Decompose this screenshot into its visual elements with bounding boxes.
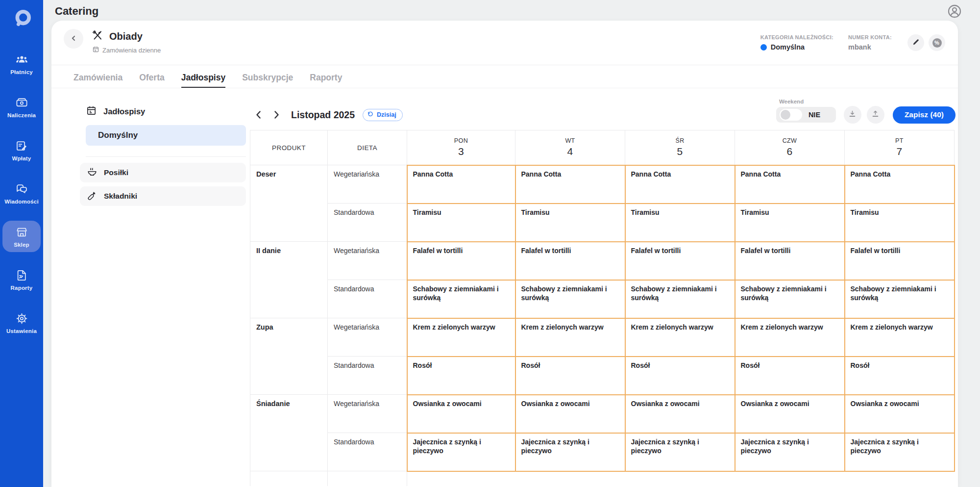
weekend-label: Weekend	[779, 99, 804, 104]
payment-note-icon	[15, 139, 28, 153]
meal-cell[interactable]: Rosół	[515, 357, 625, 395]
menu-item-domyslny[interactable]: Domyślny	[86, 125, 246, 146]
banknote-icon	[15, 96, 28, 109]
month-label: Listopad 2025	[291, 109, 355, 121]
blank-cell	[515, 471, 625, 486]
blank-cell	[407, 471, 515, 486]
meal-cell[interactable]: Owsianka z owocami	[735, 395, 845, 433]
meal-cell[interactable]: Panna Cotta	[407, 165, 515, 204]
partial-row	[250, 471, 955, 486]
meal-cell[interactable]: Krem z zielonych warzyw	[845, 318, 955, 357]
today-label: Dzisiaj	[377, 111, 396, 118]
card-header: Obiady Zamówienia dzienne KATEGORIA NALE…	[51, 21, 958, 65]
sidebar-item-wiadomosci[interactable]: Wiadomości	[2, 178, 41, 209]
sidebar-item-naliczenia[interactable]: Naliczenia	[2, 91, 41, 123]
today-button[interactable]: Dzisiaj	[363, 109, 403, 121]
menu-table: PRODUKTDIETAPON3WT4ŚR5CZW6PT7DeserWegeta…	[250, 130, 955, 486]
meal-cell[interactable]: Tiramisu	[407, 204, 515, 242]
tab-bar: ZamówieniaOfertaJadłospisySubskrypcjeRap…	[51, 65, 958, 88]
product-cell: Deser	[250, 165, 328, 242]
meal-cell[interactable]: Jajecznica z szynką i pieczywo	[735, 433, 845, 471]
meal-cell[interactable]: Tiramisu	[515, 204, 625, 242]
tab-jadlospisy[interactable]: Jadłospisy	[181, 73, 225, 88]
store-icon	[15, 226, 28, 239]
meal-cell[interactable]: Falafel w tortilli	[735, 242, 845, 280]
save-button[interactable]: Zapisz (40)	[893, 106, 956, 124]
weekend-toggle[interactable]: NIE	[776, 107, 836, 123]
prev-month-button[interactable]	[250, 106, 268, 124]
left-panel: Jadłospisy Domyślny Posiłki Składniki	[64, 100, 246, 206]
meal-cell[interactable]: Owsianka z owocami	[515, 395, 625, 433]
meal-cell[interactable]: Jajecznica z szynką i pieczywo	[407, 433, 515, 471]
meal-cell[interactable]: Jajecznica z szynką i pieczywo	[625, 433, 735, 471]
next-month-button[interactable]	[268, 106, 285, 124]
meal-cell[interactable]: Owsianka z owocami	[407, 395, 515, 433]
meal-cell[interactable]: Rosół	[625, 357, 735, 395]
sidebar-item-ustawienia[interactable]: Ustawienia	[2, 307, 41, 338]
meal-cell[interactable]: Tiramisu	[845, 204, 955, 242]
sidebar-item-label: Wiadomości	[4, 199, 39, 205]
app-logo-icon	[9, 7, 34, 34]
upload-button[interactable]	[867, 106, 884, 124]
tab-subskrypcje[interactable]: Subskrypcje	[242, 73, 293, 88]
meal-cell[interactable]: Rosół	[845, 357, 955, 395]
meal-cell[interactable]: Jajecznica z szynką i pieczywo	[515, 433, 625, 471]
meal-cell[interactable]: Schabowy z ziemniakami i surówką	[407, 280, 515, 318]
meal-cell[interactable]: Panna Cotta	[845, 165, 955, 204]
panel-divider	[86, 156, 246, 157]
user-avatar-icon[interactable]	[947, 3, 962, 19]
diet-cell: Wegetariańska	[328, 318, 407, 357]
meal-cell[interactable]: Panna Cotta	[515, 165, 625, 204]
meal-cell[interactable]: Krem z zielonych warzyw	[625, 318, 735, 357]
day-header-pt: PT7	[845, 130, 955, 165]
tab-zamowienia[interactable]: Zamówienia	[74, 73, 122, 88]
category-label: KATEGORIA NALEŻNOŚCI:	[760, 34, 833, 40]
meal-cell[interactable]: Rosół	[407, 357, 515, 395]
day-header-wt: WT4	[515, 130, 625, 165]
meal-cell[interactable]: Schabowy z ziemniakami i surówką	[735, 280, 845, 318]
diet-cell: Wegetariańska	[328, 242, 407, 280]
app-title: Catering	[55, 5, 98, 18]
category-dot-icon	[760, 44, 767, 51]
panel-link-label: Posiłki	[104, 168, 128, 177]
meal-cell[interactable]: Krem z zielonych warzyw	[515, 318, 625, 357]
meal-cell[interactable]: Falafel w tortilli	[515, 242, 625, 280]
meal-cell[interactable]: Panna Cotta	[735, 165, 845, 204]
meal-cell[interactable]: Rosół	[735, 357, 845, 395]
meal-cell[interactable]: Tiramisu	[735, 204, 845, 242]
panel-link-skladniki[interactable]: Składniki	[80, 186, 246, 206]
discount-button[interactable]: %	[929, 34, 945, 51]
diet-cell: Standardowa	[328, 204, 407, 242]
calendar-icon	[92, 46, 99, 54]
meal-cell[interactable]: Owsianka z owocami	[625, 395, 735, 433]
chevron-left-icon	[69, 33, 78, 45]
category-block: KATEGORIA NALEŻNOŚCI: Domyślna	[760, 34, 833, 51]
main-card: Obiady Zamówienia dzienne KATEGORIA NALE…	[51, 21, 958, 487]
meal-cell[interactable]: Schabowy z ziemniakami i surówką	[845, 280, 955, 318]
meal-cell[interactable]: Owsianka z owocami	[845, 395, 955, 433]
page-title: Obiady	[109, 31, 143, 42]
meal-cell[interactable]: Falafel w tortilli	[845, 242, 955, 280]
meal-cell[interactable]: Schabowy z ziemniakami i surówką	[515, 280, 625, 318]
meal-cell[interactable]: Schabowy z ziemniakami i surówką	[625, 280, 735, 318]
meal-cell[interactable]: Krem z zielonych warzyw	[735, 318, 845, 357]
tab-oferta[interactable]: Oferta	[139, 73, 165, 88]
back-button[interactable]	[64, 29, 83, 49]
edit-button[interactable]	[907, 34, 924, 51]
sidebar-item-label: Wpłaty	[12, 155, 31, 161]
meal-cell[interactable]: Krem z zielonych warzyw	[407, 318, 515, 357]
diet-cell: Standardowa	[328, 357, 407, 395]
sidebar-item-platnicy[interactable]: Płatnicy	[2, 48, 41, 79]
sidebar-item-wplaty[interactable]: Wpłaty	[2, 134, 41, 166]
tab-raporty[interactable]: Raporty	[310, 73, 342, 88]
meal-cell[interactable]: Falafel w tortilli	[407, 242, 515, 280]
sidebar-item-sklep[interactable]: Sklep	[2, 221, 41, 252]
meal-cell[interactable]: Panna Cotta	[625, 165, 735, 204]
meal-cell[interactable]: Jajecznica z szynką i pieczywo	[845, 433, 955, 471]
download-button[interactable]	[844, 106, 861, 124]
meal-cell[interactable]: Falafel w tortilli	[625, 242, 735, 280]
meal-cell[interactable]: Tiramisu	[625, 204, 735, 242]
product-cell: II danie	[250, 242, 328, 318]
sidebar-item-raporty[interactable]: Raporty	[2, 264, 41, 295]
panel-link-posilki[interactable]: Posiłki	[80, 163, 246, 182]
